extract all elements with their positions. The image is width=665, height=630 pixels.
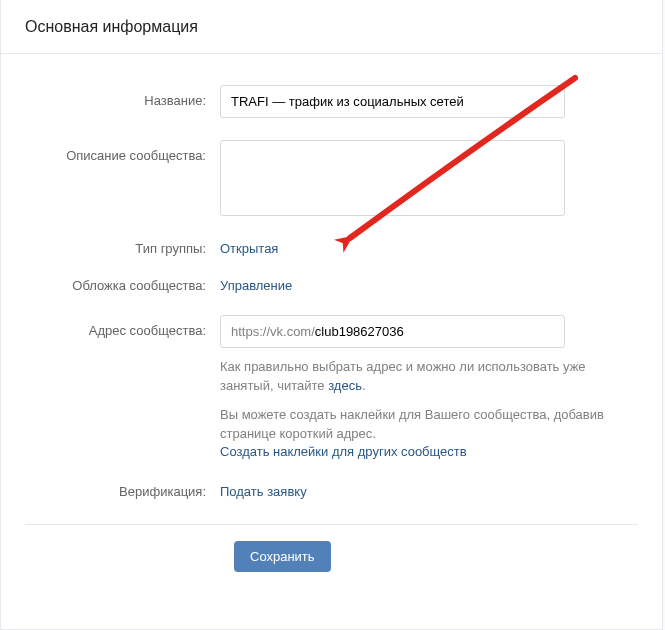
create-stickers-link[interactable]: Создать наклейки для других сообществ <box>220 444 467 459</box>
address-hint-rules: Как правильно выбрать адрес и можно ли и… <box>220 358 620 396</box>
page-title: Основная информация <box>1 0 662 54</box>
address-hint-stickers: Вы можете создать наклейки для Вашего со… <box>220 406 620 463</box>
label-group-type: Тип группы: <box>25 241 220 256</box>
settings-form: Название: Описание сообщества: Тип групп… <box>1 54 662 588</box>
label-verification: Верификация: <box>25 484 220 499</box>
label-name: Название: <box>25 85 220 108</box>
hint-text: Как правильно выбрать адрес и можно ли и… <box>220 359 586 393</box>
verification-apply-link[interactable]: Подать заявку <box>220 484 307 499</box>
row-cover: Обложка сообщества: Управление <box>25 267 638 304</box>
row-verification: Верификация: Подать заявку <box>25 473 638 510</box>
label-address: Адрес сообщества: <box>25 315 220 338</box>
hint-stickers-text: Вы можете создать наклейки для Вашего со… <box>220 407 604 441</box>
address-url-slug: club198627036 <box>315 324 404 339</box>
row-address: Адрес сообщества: https://vk.com/club198… <box>25 304 638 473</box>
rules-here-link[interactable]: здесь <box>328 378 362 393</box>
address-input[interactable]: https://vk.com/club198627036 <box>220 315 565 348</box>
name-input[interactable] <box>220 85 565 118</box>
save-button[interactable]: Сохранить <box>234 541 331 572</box>
description-textarea[interactable] <box>220 140 565 216</box>
row-group-type: Тип группы: Открытая <box>25 230 638 267</box>
row-description: Описание сообщества: <box>25 129 638 230</box>
settings-panel: Основная информация Название: Описание с… <box>0 0 663 630</box>
button-row: Сохранить <box>220 525 638 588</box>
group-type-link[interactable]: Открытая <box>220 241 278 256</box>
label-cover: Обложка сообщества: <box>25 278 220 293</box>
hint-text-post: . <box>362 378 366 393</box>
cover-manage-link[interactable]: Управление <box>220 278 292 293</box>
row-name: Название: <box>25 74 638 129</box>
label-description: Описание сообщества: <box>25 140 220 163</box>
address-url-prefix: https://vk.com/ <box>231 324 315 339</box>
